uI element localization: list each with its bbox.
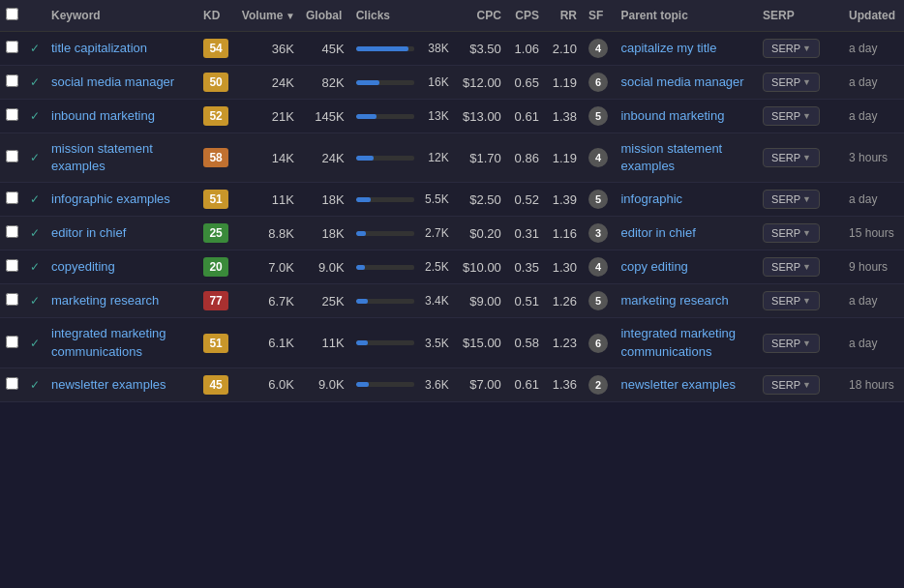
cpc-cell: $3.50 bbox=[455, 32, 507, 66]
kd-cell: 58 bbox=[197, 133, 236, 183]
parent-topic-link[interactable]: editor in chief bbox=[620, 225, 695, 240]
clicks-cell: 13K bbox=[350, 100, 455, 133]
serp-button[interactable]: SERP▼ bbox=[763, 39, 820, 58]
serp-button[interactable]: SERP▼ bbox=[763, 190, 820, 209]
kd-badge: 51 bbox=[203, 190, 228, 209]
row-checkbox-cell bbox=[0, 368, 24, 401]
keyword-link[interactable]: marketing research bbox=[51, 293, 159, 308]
parent-topic-link[interactable]: marketing research bbox=[620, 293, 728, 308]
parent-topic-link[interactable]: infographic bbox=[620, 191, 682, 206]
row-checkbox[interactable] bbox=[6, 108, 18, 121]
serp-dropdown-arrow: ▼ bbox=[802, 338, 811, 348]
serp-button[interactable]: SERP▼ bbox=[763, 223, 820, 243]
sf-cell: 5 bbox=[583, 100, 616, 133]
keyword-link[interactable]: infographic examples bbox=[51, 191, 170, 206]
col-header-clicks: Clicks bbox=[350, 0, 455, 32]
col-header-checkbox bbox=[0, 0, 24, 32]
parent-topic-cell: editor in chief bbox=[615, 217, 757, 250]
parent-topic-cell: social media manager bbox=[615, 66, 757, 100]
keyword-link[interactable]: mission statement examples bbox=[51, 141, 153, 173]
volume-cell: 6.7K bbox=[236, 284, 300, 318]
parent-topic-cell: mission statement examples bbox=[615, 133, 757, 183]
cps-cell: 0.35 bbox=[507, 250, 545, 284]
row-checkbox[interactable] bbox=[6, 336, 18, 348]
global-cell: 24K bbox=[300, 133, 350, 183]
select-all-checkbox[interactable] bbox=[6, 8, 18, 20]
cps-cell: 0.31 bbox=[507, 217, 545, 250]
serp-button[interactable]: SERP▼ bbox=[763, 148, 820, 167]
keyword-link[interactable]: inbound marketing bbox=[51, 108, 155, 123]
row-checkbox[interactable] bbox=[6, 74, 18, 87]
parent-topic-link[interactable]: copy editing bbox=[620, 259, 687, 274]
row-checkbox[interactable] bbox=[6, 225, 18, 238]
serp-cell: SERP▼ bbox=[757, 32, 843, 66]
row-checkbox[interactable] bbox=[6, 259, 18, 272]
row-checkbox[interactable] bbox=[6, 41, 18, 53]
parent-topic-link[interactable]: integrated marketing communications bbox=[620, 326, 736, 358]
sf-badge: 4 bbox=[588, 148, 608, 167]
col-header-parent-topic: Parent topic bbox=[615, 0, 757, 32]
kd-cell: 54 bbox=[197, 32, 236, 66]
parent-topic-link[interactable]: capitalize my title bbox=[620, 41, 716, 55]
keyword-cell: copyediting bbox=[45, 250, 197, 284]
sf-cell: 6 bbox=[583, 66, 616, 100]
sf-cell: 4 bbox=[583, 133, 616, 183]
serp-button[interactable]: SERP▼ bbox=[763, 334, 820, 353]
row-checkbox-cell bbox=[0, 284, 24, 318]
keyword-cell: editor in chief bbox=[45, 217, 197, 250]
row-checkbox-cell bbox=[0, 100, 24, 133]
keyword-link[interactable]: title capitalization bbox=[51, 41, 147, 55]
row-check: ✓ bbox=[24, 100, 45, 133]
serp-button[interactable]: SERP▼ bbox=[763, 291, 820, 310]
serp-button[interactable]: SERP▼ bbox=[763, 73, 820, 92]
cpc-cell: $0.20 bbox=[455, 217, 507, 250]
table-row: ✓copyediting207.0K9.0K2.5K$10.000.351.30… bbox=[0, 250, 904, 284]
sf-badge: 5 bbox=[588, 106, 608, 126]
sf-badge: 6 bbox=[588, 73, 608, 92]
serp-button-label: SERP bbox=[771, 295, 800, 307]
clicks-value: 3.5K bbox=[418, 337, 449, 350]
serp-cell: SERP▼ bbox=[757, 100, 843, 133]
clicks-cell: 3.5K bbox=[350, 318, 455, 368]
parent-topic-link[interactable]: social media manager bbox=[620, 74, 743, 89]
keyword-link[interactable]: editor in chief bbox=[51, 225, 126, 240]
cps-cell: 0.61 bbox=[507, 368, 545, 401]
keyword-table: Keyword KD Volume ▼ Global Clicks CPC CP… bbox=[0, 0, 904, 402]
global-cell: 82K bbox=[300, 66, 350, 100]
row-checkbox[interactable] bbox=[6, 293, 18, 306]
serp-button-label: SERP bbox=[771, 43, 800, 54]
serp-dropdown-arrow: ▼ bbox=[802, 262, 811, 272]
kd-cell: 51 bbox=[197, 318, 236, 368]
table-row: ✓mission statement examples5814K24K12K$1… bbox=[0, 133, 904, 183]
col-header-volume[interactable]: Volume ▼ bbox=[236, 0, 300, 32]
row-checkbox-cell bbox=[0, 66, 24, 100]
serp-button[interactable]: SERP▼ bbox=[763, 106, 820, 126]
keyword-link[interactable]: copyediting bbox=[51, 259, 115, 274]
keyword-cell: mission statement examples bbox=[45, 133, 197, 183]
sf-badge: 6 bbox=[588, 334, 608, 353]
keyword-link[interactable]: newsletter examples bbox=[51, 377, 166, 392]
parent-topic-link[interactable]: mission statement examples bbox=[620, 141, 722, 173]
keyword-link[interactable]: social media manager bbox=[51, 74, 174, 89]
global-cell: 25K bbox=[300, 284, 350, 318]
parent-topic-link[interactable]: newsletter examples bbox=[620, 377, 736, 392]
keyword-link[interactable]: integrated marketing communications bbox=[51, 326, 166, 358]
updated-cell: a day bbox=[843, 100, 904, 133]
row-check: ✓ bbox=[24, 368, 45, 401]
parent-topic-cell: capitalize my title bbox=[615, 32, 757, 66]
kd-badge: 50 bbox=[203, 73, 228, 92]
row-checkbox[interactable] bbox=[6, 191, 18, 204]
sf-badge: 5 bbox=[588, 190, 608, 209]
serp-cell: SERP▼ bbox=[757, 66, 843, 100]
row-checkbox[interactable] bbox=[6, 150, 18, 162]
table-row: ✓integrated marketing communications516.… bbox=[0, 318, 904, 368]
parent-topic-link[interactable]: inbound marketing bbox=[620, 108, 724, 123]
serp-cell: SERP▼ bbox=[757, 183, 843, 217]
serp-button[interactable]: SERP▼ bbox=[763, 375, 820, 395]
table-row: ✓editor in chief258.8K18K2.7K$0.200.311.… bbox=[0, 217, 904, 250]
serp-button[interactable]: SERP▼ bbox=[763, 257, 820, 277]
row-check: ✓ bbox=[24, 32, 45, 66]
updated-cell: 9 hours bbox=[843, 250, 904, 284]
rr-cell: 1.23 bbox=[545, 318, 583, 368]
row-checkbox[interactable] bbox=[6, 377, 18, 390]
